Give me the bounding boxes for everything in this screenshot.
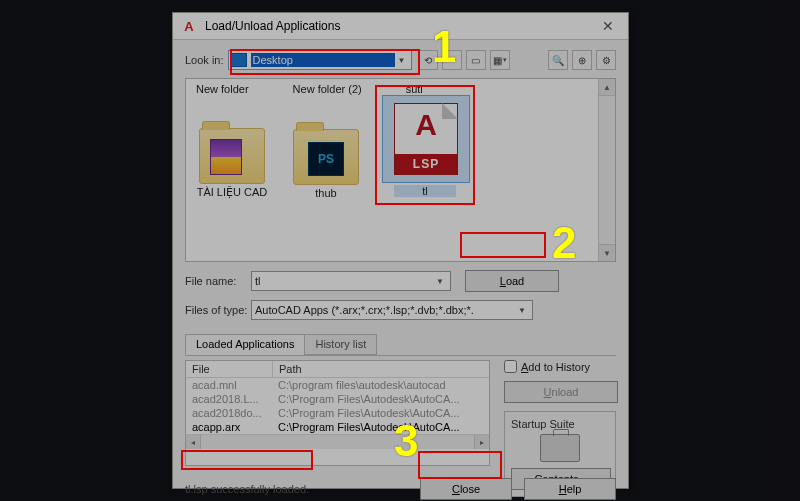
unload-button: Unload — [504, 381, 618, 403]
tools-icon[interactable]: ⚙ — [596, 50, 616, 70]
table-row[interactable]: acad2018.L...C:\Program Files\Autodesk\A… — [186, 392, 489, 406]
table-row[interactable]: acapp.arxC:\Program Files\Autodesk\AutoC… — [186, 420, 489, 434]
chevron-down-icon: ▼ — [395, 56, 409, 65]
add-to-history-checkbox[interactable]: Add to History — [504, 360, 616, 373]
loaded-apps-list[interactable]: File Path acad.mnlC:\program files\autod… — [185, 360, 490, 466]
item-caption: TÀI LIỆU CAD — [194, 186, 270, 199]
table-row[interactable]: acad.mnlC:\program files\autodesk\autoca… — [186, 378, 489, 392]
folder-label[interactable]: suti — [406, 83, 423, 95]
col-path[interactable]: Path — [273, 361, 308, 377]
load-unload-dialog: Load/Unload Applications ✕ Look in: Desk… — [172, 12, 629, 489]
file-browser[interactable]: New folder New folder (2) suti TÀI LIỆU … — [185, 78, 616, 262]
filename-label: File name: — [185, 275, 251, 287]
titlebar[interactable]: Load/Unload Applications ✕ — [173, 13, 628, 40]
filetype-label: Files of type: — [185, 304, 251, 316]
folder-icon — [199, 128, 265, 184]
list-item-selected[interactable]: A LSP tl — [382, 117, 468, 199]
list-item[interactable]: TÀI LIỆU CAD — [194, 128, 270, 199]
folder-label[interactable]: New folder (2) — [293, 83, 362, 95]
lsp-file-icon: A LSP — [394, 103, 458, 175]
vertical-scrollbar[interactable]: ▲ ▼ — [598, 79, 615, 261]
tab-loaded-applications[interactable]: Loaded Applications — [185, 334, 305, 355]
close-button[interactable]: Close — [420, 478, 512, 500]
tab-history-list[interactable]: History list — [304, 334, 377, 355]
desktop-icon — [231, 53, 247, 67]
chevron-down-icon: ▼ — [433, 277, 447, 286]
lookin-label: Look in: — [185, 54, 224, 66]
add-favorite-icon[interactable]: ⊕ — [572, 50, 592, 70]
close-icon[interactable]: ✕ — [588, 13, 628, 39]
item-caption: thub — [288, 187, 364, 199]
horizontal-scrollbar[interactable] — [186, 434, 489, 449]
views-icon[interactable]: ▦ — [490, 50, 510, 70]
folder-icon — [293, 129, 359, 185]
table-row[interactable]: acad2018do...C:\Program Files\Autodesk\A… — [186, 406, 489, 420]
briefcase-icon[interactable] — [540, 434, 580, 462]
col-file[interactable]: File — [186, 361, 273, 377]
folder-label[interactable]: New folder — [196, 83, 249, 95]
up-icon[interactable]: ⬏ — [442, 50, 462, 70]
new-folder-icon[interactable]: ▭ — [466, 50, 486, 70]
status-message: tl.lsp successfully loaded. — [185, 483, 309, 495]
autocad-icon — [179, 16, 199, 36]
scroll-down-icon[interactable]: ▼ — [599, 244, 615, 261]
find-file-icon[interactable]: 🔍 — [548, 50, 568, 70]
scroll-up-icon[interactable]: ▲ — [599, 79, 615, 96]
chevron-down-icon: ▼ — [515, 306, 529, 315]
help-button[interactable]: Help — [524, 478, 616, 500]
filetype-select[interactable]: AutoCAD Apps (*.arx;*.crx;*.lsp;*.dvb;*.… — [251, 300, 533, 320]
lookin-value: Desktop — [251, 53, 395, 67]
dialog-title: Load/Unload Applications — [205, 19, 340, 33]
filename-input[interactable]: tl ▼ — [251, 271, 451, 291]
back-icon[interactable]: ⟲ — [418, 50, 438, 70]
list-item[interactable]: thub — [288, 129, 364, 199]
item-caption: tl — [394, 185, 456, 197]
load-button[interactable]: Load — [465, 270, 559, 292]
lookin-select[interactable]: Desktop ▼ — [228, 50, 412, 70]
